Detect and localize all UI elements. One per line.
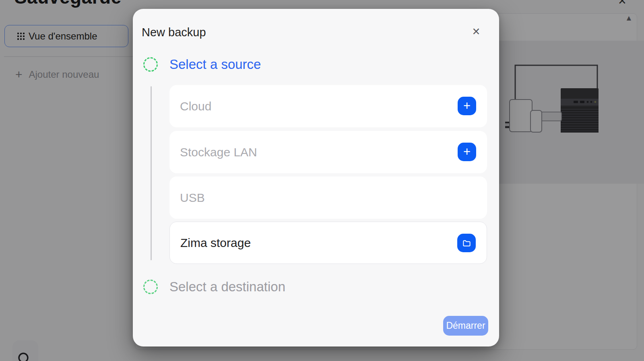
add-lan-source-button[interactable]: + [458,143,476,161]
source-card-label: Zima storage [180,222,251,263]
source-card-lan-storage[interactable]: Stockage LAN + [169,131,487,173]
plus-icon: + [463,100,471,112]
step-destination-circle-icon [143,280,158,294]
step-destination-label: Select a destination [169,279,285,295]
source-card-zima-storage[interactable]: Zima storage [169,222,487,264]
source-card-label: USB [180,176,205,219]
source-card-usb[interactable]: USB [169,176,487,219]
modal-title: New backup [142,26,206,39]
close-icon: ✕ [472,26,481,37]
source-card-cloud[interactable]: Cloud + [169,85,487,127]
modal-close-button[interactable]: ✕ [469,24,483,39]
plus-icon: + [463,145,471,158]
step-source-circle-icon [143,57,158,72]
step-source-label: Select a source [169,57,261,72]
new-backup-modal: New backup ✕ Select a source Cloud + Sto… [133,9,499,346]
step-connector-line [151,86,152,260]
add-cloud-source-button[interactable]: + [458,97,476,115]
source-card-label: Cloud [180,85,211,127]
folder-icon [462,239,471,248]
start-backup-button[interactable]: Démarrer [443,316,488,336]
source-card-label: Stockage LAN [180,131,257,173]
browse-zima-storage-button[interactable] [457,234,476,252]
